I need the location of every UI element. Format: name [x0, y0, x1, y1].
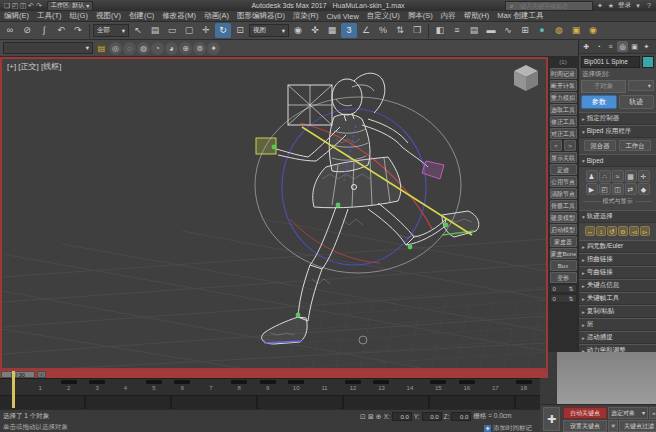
biped-app-button[interactable]: 混合器: [584, 140, 616, 151]
lock-selection-icon[interactable]: ⊠: [368, 413, 374, 421]
spinner-arrows-icon[interactable]: ⇅: [568, 295, 573, 302]
select-scale-icon[interactable]: ⊡: [232, 23, 248, 38]
biped-playback-icon[interactable]: ▶: [586, 183, 598, 195]
chevron-down-icon[interactable]: ▾: [634, 2, 642, 10]
character-wireframe[interactable]: [262, 73, 479, 344]
workspace-dropdown[interactable]: 工作区: 默认 ▾: [47, 1, 93, 11]
rollout-collapsed[interactable]: ▸ 扭曲链接: [579, 253, 656, 266]
menu-item[interactable]: 动画(A): [200, 11, 233, 21]
footstep-mode-icon[interactable]: ∴: [599, 170, 611, 182]
tab-hierarchy[interactable]: ≡: [605, 41, 616, 52]
side-tool-button[interactable]: 时间记录: [550, 68, 577, 79]
previous-key-button[interactable]: «: [649, 407, 656, 419]
align-icon[interactable]: ≡: [449, 23, 465, 38]
track-bar-frame[interactable]: 9: [254, 379, 282, 391]
sub-object-button[interactable]: 子对象: [581, 80, 626, 93]
spinner-snap-icon[interactable]: ⇅: [392, 23, 408, 38]
rollout-biped[interactable]: ▾ Biped: [579, 154, 656, 167]
menu-item[interactable]: 自定义(U): [363, 11, 404, 21]
secondary-tool-icon[interactable]: ◎: [109, 42, 122, 55]
modes-display-expander[interactable]: 模式与显示: [583, 197, 652, 206]
rollout-track-selection[interactable]: ▾ 轨迹选择: [579, 210, 656, 223]
snap-toggle-icon[interactable]: 3: [341, 23, 357, 38]
select-move-icon[interactable]: ✛: [198, 23, 214, 38]
sign-in-button[interactable]: 登录: [618, 1, 631, 10]
tab-utilities[interactable]: ✦: [641, 41, 652, 52]
key-filters-button[interactable]: 关键点过滤器...: [619, 420, 656, 432]
menu-item[interactable]: 渲染(R): [289, 11, 322, 21]
animation-key[interactable]: [89, 380, 105, 384]
menu-item[interactable]: Civil View: [322, 12, 362, 21]
time-slider-handle[interactable]: 0 / 30: [1, 371, 35, 378]
track-bar-frame[interactable]: 14: [396, 379, 424, 391]
side-tool-button[interactable]: 修正工具: [550, 116, 577, 127]
move-all-mode-icon[interactable]: ✛: [638, 170, 650, 182]
track-bar-frame[interactable]: 13: [367, 379, 395, 391]
mirror-icon[interactable]: ◧: [432, 23, 448, 38]
trajectories-button[interactable]: 轨迹: [619, 95, 655, 109]
next-frame-nub[interactable]: ›: [37, 371, 46, 378]
body-horizontal-icon[interactable]: ↔: [585, 226, 595, 236]
track-bar-frame[interactable]: 17: [481, 379, 509, 391]
track-bar-frame[interactable]: 6: [168, 379, 196, 391]
animation-key[interactable]: [32, 380, 48, 384]
select-object-icon[interactable]: ↖: [130, 23, 146, 38]
side-tool-button[interactable]: 对正工具: [550, 128, 577, 139]
side-tool-button[interactable]: Box: [550, 260, 577, 271]
viewport-canvas[interactable]: [2, 59, 546, 368]
help-icon[interactable]: ?: [645, 2, 653, 9]
animation-key[interactable]: [402, 380, 418, 384]
track-bar-frame[interactable]: 18: [509, 379, 537, 391]
viewport-label[interactable]: [+] [正交] [线框]: [7, 61, 61, 72]
rollout-collapsed[interactable]: ▸ 弯曲链接: [579, 266, 656, 279]
track-bar-frame[interactable]: 15: [424, 379, 452, 391]
track-bar-frame[interactable]: 16: [453, 379, 481, 391]
side-tool-button[interactable]: 变形: [550, 272, 577, 283]
named-selection-dropdown[interactable]: ▾: [3, 42, 93, 54]
track-bar-frame[interactable]: 7: [197, 379, 225, 391]
track-bar-frame[interactable]: 1: [26, 379, 54, 391]
menu-item[interactable]: 组(G): [66, 11, 92, 21]
lock-com-keying-icon[interactable]: ⊙: [618, 226, 628, 236]
time-slider[interactable]: 0 / 30 ›: [0, 370, 548, 378]
secondary-tool-icon[interactable]: ⊚: [193, 42, 206, 55]
curve-editor-icon[interactable]: ∿: [500, 23, 516, 38]
named-sets-icon[interactable]: ❒: [409, 23, 425, 38]
new-file-icon[interactable]: ❏: [3, 2, 11, 10]
keyboard-override-icon[interactable]: ▦: [324, 23, 340, 38]
side-tool-button[interactable]: 硬质模型: [550, 212, 577, 223]
open-file-icon[interactable]: ◰: [11, 2, 19, 10]
parameters-button[interactable]: 参数: [581, 95, 617, 109]
angle-snap-icon[interactable]: ∠: [358, 23, 374, 38]
secondary-tool-icon[interactable]: ⊕: [179, 42, 192, 55]
favorites-icon[interactable]: ★: [607, 2, 615, 10]
menu-item[interactable]: 修改器(M): [158, 11, 200, 21]
redo-icon[interactable]: ↷: [35, 2, 43, 10]
animation-key[interactable]: [146, 380, 162, 384]
absolute-mode-icon[interactable]: ⊕: [376, 413, 382, 421]
track-bar-frame[interactable]: 4: [111, 379, 139, 391]
track-bar-frame[interactable]: 11: [310, 379, 338, 391]
track-bar-frame[interactable]: 8: [225, 379, 253, 391]
select-manipulate-icon[interactable]: ✜: [307, 23, 323, 38]
auto-key-button[interactable]: 自动关键点: [563, 407, 607, 419]
tab-display[interactable]: ▣: [629, 41, 640, 52]
sub-object-dropdown[interactable]: ▾: [628, 80, 654, 91]
body-rotation-icon[interactable]: ↺: [607, 226, 617, 236]
animation-key[interactable]: [373, 380, 389, 384]
add-time-tag[interactable]: ◈ 添加时间标记: [484, 424, 532, 432]
rendered-frame-icon[interactable]: ▣: [568, 23, 584, 38]
side-tool-button[interactable]: 启动模型: [550, 224, 577, 235]
animation-key[interactable]: [174, 380, 190, 384]
selected-filter-dropdown[interactable]: 选定对象 ▾: [608, 407, 648, 419]
search-input[interactable]: [518, 1, 590, 10]
rollout-collapsed[interactable]: ▸ 复制/粘贴: [579, 305, 656, 318]
menu-item[interactable]: 工具(T): [33, 11, 66, 21]
material-editor-icon[interactable]: ●: [534, 23, 550, 38]
rollout-collapsed[interactable]: ▸ 关键点信息: [579, 279, 656, 292]
viewcube[interactable]: [514, 65, 538, 91]
bind-spacewarp-icon[interactable]: ∫: [36, 23, 52, 38]
select-and-link-icon[interactable]: ∞: [2, 23, 18, 38]
track-bar[interactable]: 1 2 3 4 5 6 7: [0, 378, 540, 395]
select-rotate-icon[interactable]: ↻: [215, 23, 231, 38]
